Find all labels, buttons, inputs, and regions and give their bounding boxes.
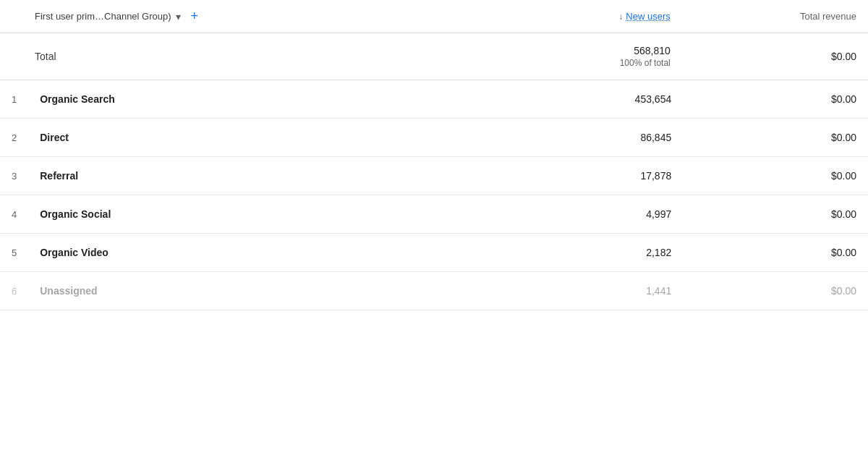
total-new-users-cell: 568,810 100% of total <box>504 33 681 80</box>
row-new-users: 1,441 <box>506 272 683 310</box>
table-row[interactable]: 6 Unassigned 1,441 $0.00 <box>0 272 868 310</box>
row-revenue: $0.00 <box>683 119 868 157</box>
table-row[interactable]: 4 Organic Social 4,997 $0.00 <box>0 195 868 234</box>
row-rank: 4 <box>0 195 28 234</box>
row-revenue: $0.00 <box>683 195 868 234</box>
sort-arrow-icon: ↓ <box>618 12 623 22</box>
row-channel: Direct <box>28 119 506 157</box>
total-label-cell: Total <box>23 33 504 80</box>
row-rank: 2 <box>0 119 28 157</box>
row-new-users: 453,654 <box>506 80 683 119</box>
row-new-users: 4,997 <box>506 195 683 234</box>
table-row[interactable]: 2 Direct 86,845 $0.00 <box>0 119 868 157</box>
total-revenue-header[interactable]: Total revenue <box>682 0 868 33</box>
row-revenue: $0.00 <box>683 234 868 272</box>
row-revenue: $0.00 <box>683 272 868 310</box>
row-rank: 6 <box>0 272 28 310</box>
dimension-dropdown-label[interactable]: First user prim…Channel Group) <box>35 11 171 22</box>
row-channel: Organic Social <box>28 195 506 234</box>
row-new-users: 17,878 <box>506 157 683 195</box>
row-revenue: $0.00 <box>683 80 868 119</box>
new-users-header[interactable]: ↓New users <box>504 0 681 33</box>
total-row: Total 568,810 100% of total $0.00 <box>0 33 868 80</box>
row-channel: Organic Search <box>28 80 506 119</box>
table-row[interactable]: 3 Referral 17,878 $0.00 <box>0 157 868 195</box>
total-rank-cell <box>0 33 23 80</box>
row-rank: 5 <box>0 234 28 272</box>
row-channel: Organic Video <box>28 234 506 272</box>
row-rank: 3 <box>0 157 28 195</box>
row-new-users: 2,182 <box>506 234 683 272</box>
dimension-header: First user prim…Channel Group) ▾ + <box>23 0 504 33</box>
table-row[interactable]: 5 Organic Video 2,182 $0.00 <box>0 234 868 272</box>
row-new-users: 86,845 <box>506 119 683 157</box>
row-revenue: $0.00 <box>683 157 868 195</box>
analytics-table: First user prim…Channel Group) ▾ + ↓New … <box>0 0 868 450</box>
row-channel: Unassigned <box>28 272 506 310</box>
table-row[interactable]: 1 Organic Search 453,654 $0.00 <box>0 80 868 119</box>
total-revenue-cell: $0.00 <box>682 33 868 80</box>
dropdown-arrow-icon[interactable]: ▾ <box>176 11 181 22</box>
row-rank: 1 <box>0 80 28 119</box>
rank-header <box>0 0 23 33</box>
add-dimension-button[interactable]: + <box>191 9 199 24</box>
row-channel: Referral <box>28 157 506 195</box>
